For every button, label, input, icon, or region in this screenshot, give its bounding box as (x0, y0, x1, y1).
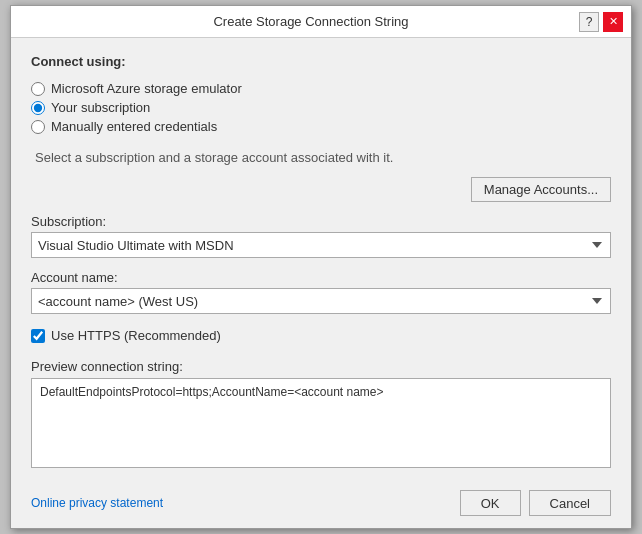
title-bar-controls: ? ✕ (579, 12, 623, 32)
cancel-button[interactable]: Cancel (529, 490, 611, 516)
preview-label: Preview connection string: (31, 359, 611, 374)
preview-text-area[interactable]: DefaultEndpointsProtocol=https;AccountNa… (31, 378, 611, 468)
https-label[interactable]: Use HTTPS (Recommended) (51, 328, 221, 343)
radio-subscription[interactable]: Your subscription (31, 100, 611, 115)
account-name-label: Account name: (31, 270, 611, 285)
radio-emulator[interactable]: Microsoft Azure storage emulator (31, 81, 611, 96)
subscription-dropdown[interactable]: Visual Studio Ultimate with MSDN (31, 232, 611, 258)
https-checkbox-row[interactable]: Use HTTPS (Recommended) (31, 328, 611, 343)
title-bar: Create Storage Connection String ? ✕ (11, 6, 631, 38)
privacy-link[interactable]: Online privacy statement (31, 496, 163, 510)
radio-manual[interactable]: Manually entered credentials (31, 119, 611, 134)
footer-buttons: OK Cancel (460, 490, 611, 516)
close-button[interactable]: ✕ (603, 12, 623, 32)
manage-accounts-button[interactable]: Manage Accounts... (471, 177, 611, 202)
preview-section: Preview connection string: DefaultEndpoi… (31, 359, 611, 468)
dialog-content: Connect using: Microsoft Azure storage e… (11, 38, 631, 480)
radio-manual-input[interactable] (31, 120, 45, 134)
dialog-title: Create Storage Connection String (43, 14, 579, 29)
radio-emulator-label[interactable]: Microsoft Azure storage emulator (51, 81, 242, 96)
connect-using-label: Connect using: (31, 54, 611, 69)
dialog-footer: Online privacy statement OK Cancel (11, 480, 631, 528)
dialog-window: Create Storage Connection String ? ✕ Con… (10, 5, 632, 529)
radio-subscription-input[interactable] (31, 101, 45, 115)
subscription-field-group: Subscription: Visual Studio Ultimate wit… (31, 214, 611, 258)
description-text: Select a subscription and a storage acco… (35, 150, 611, 165)
manage-accounts-row: Manage Accounts... (31, 177, 611, 202)
account-name-field-group: Account name: <account name> (West US) (31, 270, 611, 314)
connect-using-radio-group: Microsoft Azure storage emulator Your su… (31, 81, 611, 134)
subscription-label: Subscription: (31, 214, 611, 229)
radio-subscription-label[interactable]: Your subscription (51, 100, 150, 115)
ok-button[interactable]: OK (460, 490, 521, 516)
radio-emulator-input[interactable] (31, 82, 45, 96)
radio-manual-label[interactable]: Manually entered credentials (51, 119, 217, 134)
account-name-dropdown[interactable]: <account name> (West US) (31, 288, 611, 314)
help-button[interactable]: ? (579, 12, 599, 32)
https-checkbox[interactable] (31, 329, 45, 343)
